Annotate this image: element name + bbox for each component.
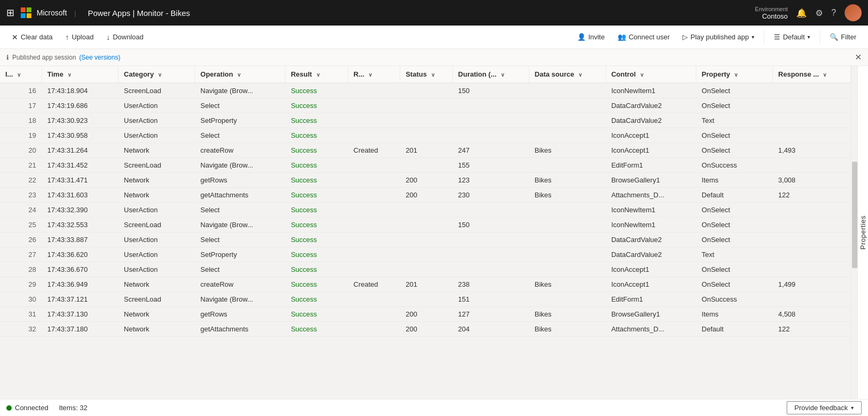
properties-label: Properties xyxy=(859,211,867,254)
col-r[interactable]: R... ∨ xyxy=(348,66,400,83)
table-cell: 123 xyxy=(452,173,529,188)
table-row[interactable]: 1917:43:30.958UserActionSelectSuccessIco… xyxy=(0,128,851,143)
table-cell: 26 xyxy=(0,232,42,247)
waffle-icon[interactable]: ⊞ xyxy=(6,7,14,19)
vertical-scrollbar[interactable] xyxy=(851,66,857,399)
table-row[interactable]: 1717:43:19.686UserActionSelectSuccessDat… xyxy=(0,98,851,113)
table-row[interactable]: 2717:43:36.620UserActionSetPropertySucce… xyxy=(0,247,851,262)
properties-sidebar[interactable]: Properties xyxy=(857,66,868,399)
table-scroll[interactable]: I... ∨ Time ∨ Category ∨ Operation ∨ Res… xyxy=(0,66,851,399)
table-row[interactable]: 1617:43:18.904ScreenLoadNavigate (Brow..… xyxy=(0,83,851,98)
settings-icon[interactable]: ⚙ xyxy=(815,8,823,18)
col-datasource[interactable]: Data source ∨ xyxy=(529,66,605,83)
table-row[interactable]: 2817:43:36.670UserActionSelectSuccessIco… xyxy=(0,262,851,277)
table-cell: 122 xyxy=(773,322,851,337)
play-icon: ▷ xyxy=(682,33,688,41)
col-property[interactable]: Property ∨ xyxy=(696,66,773,83)
table-cell xyxy=(348,307,400,322)
table-cell: 155 xyxy=(452,158,529,173)
table-row[interactable]: 2217:43:31.471NetworkgetRowsSuccess20012… xyxy=(0,173,851,188)
col-duration[interactable]: Duration (... ∨ xyxy=(452,66,529,83)
table-cell: 29 xyxy=(0,277,42,292)
table-row[interactable]: 2917:43:36.949NetworkcreateRowSuccessCre… xyxy=(0,277,851,292)
table-cell xyxy=(348,322,400,337)
play-published-app-button[interactable]: ▷ Play published app ▾ xyxy=(677,31,760,43)
table-cell: IconAccept1 xyxy=(605,143,696,158)
filter-icon: 🔍 xyxy=(830,33,838,41)
table-row[interactable]: 1817:43:30.923UserActionSetPropertySucce… xyxy=(0,113,851,128)
table-row[interactable]: 2317:43:31.603NetworkgetAttachmentsSucce… xyxy=(0,188,851,203)
table-cell: OnSelect xyxy=(696,83,773,98)
table-cell: 28 xyxy=(0,262,42,277)
table-cell: Attachments_D... xyxy=(605,188,696,203)
col-control[interactable]: Control ∨ xyxy=(605,66,696,83)
filter-button[interactable]: 🔍 Filter xyxy=(824,31,862,43)
table-row[interactable]: 2517:43:32.553ScreenLoadNavigate (Brow..… xyxy=(0,218,851,232)
clear-data-button[interactable]: ✕ Clear data xyxy=(6,31,58,44)
table-cell: 17:43:31.264 xyxy=(42,143,119,158)
invite-button[interactable]: 👤 Invite xyxy=(572,31,610,43)
col-response[interactable]: Response ... ∨ xyxy=(773,66,851,83)
table-cell: Success xyxy=(285,247,348,262)
invite-icon: 👤 xyxy=(577,33,586,41)
see-versions-link[interactable]: (See versions) xyxy=(79,54,120,61)
table-cell xyxy=(452,247,529,262)
table-cell: 31 xyxy=(0,307,42,322)
table-cell: Items xyxy=(696,307,773,322)
table-cell: Network xyxy=(119,277,195,292)
help-icon[interactable]: ? xyxy=(831,8,836,18)
table-row[interactable]: 2117:43:31.452ScreenLoadNavigate (Brow..… xyxy=(0,158,851,173)
table-cell: DataCardValue2 xyxy=(605,247,696,262)
table-row[interactable]: 2017:43:31.264NetworkcreateRowSuccessCre… xyxy=(0,143,851,158)
table-cell: IconNewItem1 xyxy=(605,83,696,98)
user-avatar[interactable] xyxy=(845,4,862,21)
table-cell: Bikes xyxy=(529,143,605,158)
table-cell: OnSelect xyxy=(696,277,773,292)
table-row[interactable]: 2417:43:32.390UserActionSelectSuccessIco… xyxy=(0,203,851,218)
table-row[interactable]: 3217:43:37.180NetworkgetAttachmentsSucce… xyxy=(0,322,851,337)
col-status[interactable]: Status ∨ xyxy=(400,66,453,83)
table-cell: 17:43:31.471 xyxy=(42,173,119,188)
table-cell: 1,499 xyxy=(773,277,851,292)
table-cell: 230 xyxy=(452,188,529,203)
table-cell: SetProperty xyxy=(195,247,285,262)
table-row[interactable]: 2617:43:33.887UserActionSelectSuccessDat… xyxy=(0,232,851,247)
session-text: Published app session xyxy=(12,54,76,61)
col-category[interactable]: Category ∨ xyxy=(119,66,195,83)
table-cell: 17:43:32.553 xyxy=(42,218,119,232)
table-cell: OnSelect xyxy=(696,262,773,277)
connection-status: Connected Items: 32 xyxy=(6,404,87,412)
play-label: Play published app xyxy=(690,33,749,41)
session-close-icon[interactable]: ✕ xyxy=(855,52,862,62)
table-cell xyxy=(400,83,453,98)
feedback-button[interactable]: Provide feedback ▾ xyxy=(787,401,862,414)
table-cell: UserAction xyxy=(119,203,195,218)
table-cell: Navigate (Brow... xyxy=(195,292,285,307)
table-cell: Network xyxy=(119,307,195,322)
col-result[interactable]: Result ∨ xyxy=(285,66,348,83)
table-cell: OnSelect xyxy=(696,143,773,158)
table-cell: Attachments_D... xyxy=(605,322,696,337)
notification-icon[interactable]: 🔔 xyxy=(796,8,807,18)
table-cell xyxy=(529,262,605,277)
table-cell: Success xyxy=(285,173,348,188)
upload-button[interactable]: ↑ Upload xyxy=(60,31,99,44)
table-cell xyxy=(529,247,605,262)
col-time[interactable]: Time ∨ xyxy=(42,66,119,83)
table-row[interactable]: 3117:43:37.130NetworkgetRowsSuccess20012… xyxy=(0,307,851,322)
table-cell xyxy=(452,203,529,218)
download-button[interactable]: ↓ Download xyxy=(101,31,149,44)
col-operation[interactable]: Operation ∨ xyxy=(195,66,285,83)
connect-user-button[interactable]: 👥 Connect user xyxy=(612,31,675,43)
table-cell: Default xyxy=(696,188,773,203)
table-cell: Navigate (Brow... xyxy=(195,83,285,98)
scroll-thumb[interactable] xyxy=(852,162,857,268)
table-row[interactable]: 3017:43:37.121ScreenLoadNavigate (Brow..… xyxy=(0,292,851,307)
filter-label: Filter xyxy=(841,33,856,41)
table-cell xyxy=(529,158,605,173)
info-icon: ℹ xyxy=(6,54,9,61)
col-id[interactable]: I... ∨ xyxy=(0,66,42,83)
default-button[interactable]: ☰ Default ▾ xyxy=(769,31,815,43)
table-cell: 17:43:36.949 xyxy=(42,277,119,292)
table-cell: 20 xyxy=(0,143,42,158)
